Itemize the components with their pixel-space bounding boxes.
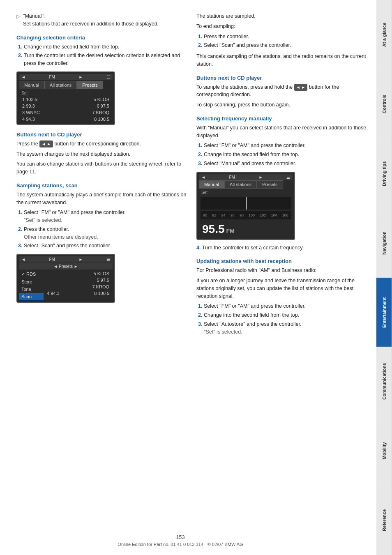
freq-100: 100 [249,213,255,217]
sidebar: At a glance Controls Driving tips Naviga… [376,0,392,555]
device-set-label-1: Set [19,90,113,96]
freq-94: 94 [221,213,226,217]
sidebar-tab-mobility[interactable]: Mobility [376,416,392,486]
page-ref-link[interactable]: 11 [29,169,35,175]
device-top-bar-1: ◄ FM ► ☰ [19,74,113,80]
section-heading-update: Updating stations with best reception [196,258,368,264]
bullet-arrow-icon: ▷ [16,13,21,28]
update-step-2: Change into the second field from the to… [204,311,368,319]
selection-step-1: Change into the second field from the to… [24,43,188,51]
page-number: 153 [0,534,361,540]
scan-station-1: 5 KLOS [44,270,113,277]
scan-para-1: The system automatically plays a brief s… [16,191,188,207]
sidebar-tab-driving-tips[interactable]: Driving tips [376,139,392,208]
scan-menu-left: ✓ RDS Store Tone Scan [19,270,44,300]
scan-menu-rds: ✓ RDS [19,270,44,278]
device-screen-1: ◄ FM ► ☰ Manual All stations Presets Set… [16,71,115,125]
freq-labels: 90 92 94 96 98 100 102 104 106 [201,211,291,219]
manual-bullet-desc: Set stations that are received in additi… [23,21,159,27]
page-footer: 153 Online Edition for Part no. 01 41 0 … [0,534,361,547]
device-tab-all-stations-3[interactable]: All stations [224,180,257,189]
selection-step-2: Turn the controller until the desired se… [24,52,188,67]
cd-para-3: You can also change stations with button… [16,160,188,176]
cd-para-1: Press the ◄ ► button for the correspondi… [16,140,188,148]
section-heading-scan: Sampling stations, scan [16,182,188,189]
device-tab-presets-3[interactable]: Presets [257,180,283,189]
sampling-para: The stations are sampled. [196,12,368,20]
scan-station-3: 7 KROQ [44,283,113,290]
scan-menu-store: Store [19,278,44,286]
device-top-bar-3: ◄ FM ► ☰ [199,174,293,180]
scan-step-1-sub: "Set" is selected. [24,217,62,223]
end-step-2: Select "Scan" and press the controller. [204,41,368,49]
device-tab-manual[interactable]: Manual [19,81,44,89]
freq-unit-label: FM [226,228,235,234]
device-mode-label: FM [49,75,55,79]
cd-button-icon: ◄ ► [39,140,53,147]
device-forward-icon: ► [79,75,83,79]
update-para-2: If you are on a longer journey and leave… [196,277,368,300]
section-heading-cd-left: Buttons next to CD player [16,131,188,138]
scan-menu-icon: ☰ [106,257,110,262]
device-tab-presets[interactable]: Presets [77,81,103,89]
section-heading-cd-right: Buttons next to CD player [196,75,368,81]
manual-forward-icon: ► [259,175,263,180]
freq-display-large: 95.5 FM [199,221,293,237]
selection-steps-list: Change into the second field from the to… [24,43,188,67]
manual-freq-steps: Select "FM" or "AM" and press the contro… [204,142,368,167]
freq-104: 104 [271,213,277,217]
step4-text: 4. Turn the controller to set a certain … [196,244,368,252]
manual-back-icon: ◄ [201,175,205,180]
sidebar-tab-controls[interactable]: Controls [376,69,392,139]
manual-freq-para: With "Manual" you can select stations th… [196,124,368,140]
scan-forward-icon: ► [79,257,83,262]
manual-step-2: Change into the second field from the to… [204,151,368,159]
end-steps-list: Press the controller. Select "Scan" and … [204,33,368,50]
sidebar-tab-navigation[interactable]: Navigation [376,208,392,278]
scan-mode-label: FM [49,257,55,262]
freq-value: 95.5 [202,223,225,236]
manual-step-3: Select "Manual" and press the controller… [204,160,368,168]
cd-right-button-icon: ◄ ► [294,84,308,91]
scan-steps-list: Select "FM" or "AM" and press the contro… [24,209,188,250]
freq-92: 92 [212,213,216,217]
sidebar-tab-reference[interactable]: Reference [376,486,392,555]
freq-106: 106 [282,213,288,217]
scan-menu-tone: Tone [19,286,44,293]
freq-90: 90 [203,213,207,217]
cd-right-para-2: To stop scanning, press the button again… [196,101,368,109]
cancel-para: This cancels sampling of the stations, a… [196,53,368,68]
freq-98: 98 [240,213,244,217]
sidebar-tab-entertainment[interactable]: Entertainment [376,278,392,347]
update-step-3-sub: "Set" is selected. [204,329,242,335]
device-top-bar-2: ◄ FM ► ☰ [19,256,113,263]
manual-mode-label: FM [229,175,235,180]
device-screen-2: ◄ FM ► ☰ ◄ Presets ► ✓ RDS Store Tone Sc… [16,254,115,303]
device-tab-all-stations[interactable]: All stations [44,81,77,89]
manual-bullet: ▷ "Manual": Set stations that are receiv… [16,12,188,28]
device-set-label-3: Set [199,189,293,196]
scan-stations: 5 KLOS 5 97.5 7 KROQ 4 94.38 100.5 [44,270,113,300]
end-step-1: Press the controller. [204,33,368,41]
device-row-1: 1 103.55 KLOS [19,96,113,103]
freq-102: 102 [260,213,266,217]
device-tab-manual-3[interactable]: Manual [199,180,224,189]
scan-menu-scan[interactable]: Scan [19,293,44,300]
update-para-1: For Professional radio with "AM" and Bus… [196,267,368,274]
right-column: The stations are sampled. To end samplin… [196,12,368,339]
section-heading-selection: Changing selection criteria [16,35,188,41]
freq-scale-bar: 90 92 94 96 98 100 102 104 106 [201,211,291,219]
device-back-icon: ◄ [21,75,25,79]
device-row-3: 3 WNYC7 KROQ [19,109,113,116]
sidebar-tab-at-a-glance[interactable]: At a glance [376,0,392,69]
update-step-3: Select "Autostore" and press the control… [204,320,368,336]
freq-input-bar [201,197,291,210]
sidebar-tab-communications[interactable]: Communications [376,347,392,416]
device-tabs-1: Manual All stations Presets [19,81,113,89]
main-content: ▷ "Manual": Set stations that are receiv… [0,0,376,555]
left-column: ▷ "Manual": Set stations that are receiv… [16,12,188,339]
cd-right-para-1: To sample the stations, press and hold t… [196,83,368,99]
copyright-text: Online Edition for Part no. 01 41 0 013 … [0,542,361,547]
scan-station-2: 5 97.5 [44,277,113,283]
scan-content-area: ✓ RDS Store Tone Scan 5 KLOS 5 97.5 7 KR… [19,270,113,300]
